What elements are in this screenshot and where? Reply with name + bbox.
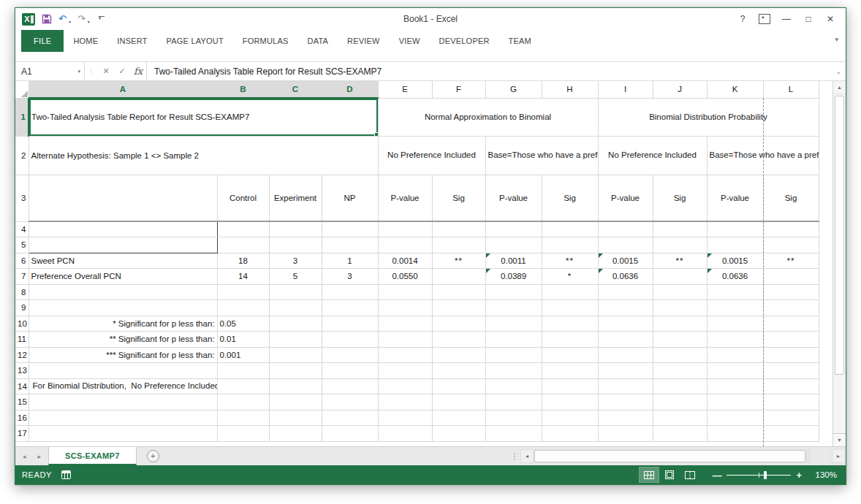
cell-I10[interactable] bbox=[598, 316, 653, 332]
cell-D14[interactable] bbox=[322, 378, 378, 394]
column-header-B[interactable]: B bbox=[217, 81, 269, 98]
cell-J7[interactable] bbox=[653, 269, 707, 285]
cell-F3[interactable]: Sig bbox=[432, 175, 485, 221]
cell-L3[interactable]: Sig bbox=[763, 175, 819, 221]
cell-D11[interactable] bbox=[322, 332, 378, 348]
cell-K17[interactable] bbox=[707, 426, 763, 442]
redo-dropdown-icon[interactable]: ▾ bbox=[88, 19, 90, 24]
cell-F8[interactable] bbox=[432, 284, 485, 300]
row-header-8[interactable]: 8 bbox=[15, 284, 29, 300]
cell-G10[interactable] bbox=[485, 316, 542, 332]
redo-icon[interactable]: ↷ bbox=[77, 13, 86, 25]
cell-I3[interactable]: P-value bbox=[598, 175, 653, 221]
cell-A14[interactable]: For Binomial Distribution, No Preference… bbox=[29, 378, 217, 394]
cell-A4[interactable] bbox=[29, 221, 217, 237]
cell-C4[interactable] bbox=[269, 221, 322, 237]
normal-view-icon[interactable] bbox=[640, 467, 659, 482]
cell-K8[interactable] bbox=[707, 284, 763, 300]
cell-B3[interactable]: Control bbox=[217, 175, 269, 221]
cell-L8[interactable] bbox=[763, 284, 819, 300]
cell-G6[interactable]: 0.0011 bbox=[485, 253, 542, 269]
cell-A11[interactable]: ** Significant for p less than: bbox=[29, 332, 217, 348]
row-header-12[interactable]: 12 bbox=[15, 347, 29, 363]
tab-team[interactable]: TEAM bbox=[499, 30, 541, 52]
vertical-scrollbar[interactable]: ▲ ▼ bbox=[832, 81, 846, 446]
cell-H16[interactable] bbox=[542, 410, 598, 426]
cell-F13[interactable] bbox=[432, 363, 485, 379]
column-header-J[interactable]: J bbox=[653, 81, 707, 98]
cell-H15[interactable] bbox=[542, 394, 598, 411]
cell-G13[interactable] bbox=[485, 363, 542, 379]
previous-sheet-icon[interactable]: ◂ bbox=[23, 453, 26, 460]
cell-C3[interactable]: Experiment bbox=[269, 175, 322, 221]
cell-H12[interactable] bbox=[542, 347, 598, 363]
row-header-13[interactable]: 13 bbox=[15, 363, 29, 379]
cell-F7[interactable] bbox=[432, 269, 485, 285]
cell-H4[interactable] bbox=[542, 221, 598, 237]
cell-I15[interactable] bbox=[598, 394, 653, 411]
cell-E6[interactable]: 0.0014 bbox=[378, 253, 432, 269]
formula-input[interactable]: Two-Tailed Analysis Table Report for Res… bbox=[146, 62, 831, 80]
cell-A9[interactable] bbox=[29, 300, 217, 316]
tab-developer[interactable]: DEVELOPER bbox=[430, 30, 499, 52]
cell-H6[interactable]: ** bbox=[542, 253, 598, 269]
save-icon[interactable] bbox=[42, 14, 52, 24]
row-header-7[interactable]: 7 bbox=[15, 269, 29, 285]
cell-G9[interactable] bbox=[485, 300, 542, 316]
excel-app-icon[interactable]: X bbox=[22, 13, 35, 26]
cell-C16[interactable] bbox=[269, 410, 322, 426]
scroll-down-icon[interactable]: ▼ bbox=[833, 433, 846, 446]
cell-C14[interactable] bbox=[269, 378, 322, 394]
cell-L15[interactable] bbox=[763, 394, 819, 411]
cell-A7[interactable]: Preference Overall PCN bbox=[29, 269, 217, 285]
cell-F15[interactable] bbox=[432, 394, 485, 411]
cell-H7[interactable]: * bbox=[542, 269, 598, 285]
row-header-9[interactable]: 9 bbox=[15, 300, 29, 316]
column-header-A[interactable]: A bbox=[29, 81, 217, 98]
column-header-F[interactable]: F bbox=[432, 81, 485, 98]
tab-view[interactable]: VIEW bbox=[390, 30, 430, 52]
cell-L9[interactable] bbox=[763, 300, 819, 316]
column-header-D[interactable]: D bbox=[322, 81, 378, 98]
column-header-I[interactable]: I bbox=[598, 81, 653, 98]
cell-A1-selected[interactable]: Two-Tailed Analysis Table Report for Res… bbox=[29, 98, 378, 136]
cell-D12[interactable] bbox=[322, 347, 378, 363]
cell-K7[interactable]: 0.0636 bbox=[707, 269, 763, 285]
next-sheet-icon[interactable]: ▸ bbox=[38, 453, 42, 460]
cell-G4[interactable] bbox=[485, 221, 542, 237]
cell-I9[interactable] bbox=[598, 300, 653, 316]
cell-I1[interactable]: Binomial Distribution Probability bbox=[598, 98, 819, 136]
cell-I11[interactable] bbox=[598, 332, 653, 348]
row-header-1[interactable]: 1 bbox=[15, 98, 29, 136]
zoom-slider[interactable] bbox=[727, 471, 791, 479]
cell-B9[interactable] bbox=[217, 300, 269, 316]
cell-H3[interactable]: Sig bbox=[542, 175, 598, 221]
cell-I2[interactable]: No Preference Included bbox=[598, 136, 707, 175]
cell-A2[interactable]: Alternate Hypothesis: Sample 1 <> Sample… bbox=[29, 136, 378, 175]
cell-K16[interactable] bbox=[707, 410, 763, 426]
cell-E1[interactable]: Normal Approximation to Binomial bbox=[378, 98, 598, 136]
cell-E10[interactable] bbox=[378, 316, 432, 332]
cell-K11[interactable] bbox=[707, 332, 763, 348]
cell-L6[interactable]: ** bbox=[763, 253, 819, 269]
row-header-14[interactable]: 14 bbox=[15, 378, 29, 394]
cell-D9[interactable] bbox=[322, 300, 378, 316]
vertical-scroll-thumb[interactable] bbox=[835, 96, 844, 375]
cell-A12[interactable]: *** Significant for p less than: bbox=[29, 347, 217, 363]
column-header-G[interactable]: G bbox=[485, 81, 542, 98]
cell-D17[interactable] bbox=[322, 426, 378, 442]
cell-G17[interactable] bbox=[485, 426, 542, 442]
cell-A13[interactable] bbox=[29, 363, 217, 379]
cell-D10[interactable] bbox=[322, 316, 378, 332]
cell-B14[interactable] bbox=[217, 378, 269, 394]
column-header-E[interactable]: E bbox=[378, 81, 432, 98]
zoom-in-icon[interactable]: + bbox=[796, 470, 802, 480]
cell-E13[interactable] bbox=[378, 363, 432, 379]
cell-L7[interactable] bbox=[763, 269, 819, 285]
cell-K10[interactable] bbox=[707, 316, 763, 332]
cell-B13[interactable] bbox=[217, 363, 269, 379]
cell-L13[interactable] bbox=[763, 363, 819, 379]
cell-J10[interactable] bbox=[653, 316, 707, 332]
cell-D3[interactable]: NP bbox=[322, 175, 378, 221]
tab-file[interactable]: FILE bbox=[21, 30, 64, 52]
